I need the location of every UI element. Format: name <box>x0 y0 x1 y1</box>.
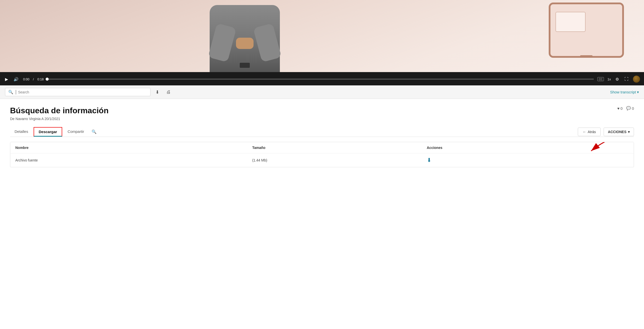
video-frame <box>0 0 644 73</box>
acciones-label: ACCIONES <box>608 130 626 134</box>
acciones-button[interactable]: ACCIONES ▾ <box>604 128 634 136</box>
back-button[interactable]: ← Atrás <box>578 128 601 136</box>
social-icons: ♥ 0 💬 0 <box>617 106 634 111</box>
content-header: Búsqueda de información ♥ 0 💬 0 <box>10 106 634 115</box>
content-area: Búsqueda de información ♥ 0 💬 0 De Navar… <box>0 99 644 167</box>
file-download-icon: ⬇ <box>427 157 431 163</box>
file-actions-cell: ⬇ <box>422 153 634 167</box>
transcript-chevron-icon: ▾ <box>637 90 639 94</box>
avatar <box>633 76 640 83</box>
tablet-illustration <box>549 3 624 58</box>
file-name-cell: Archivo fuente <box>10 153 247 167</box>
likes-count-area: ♥ 0 <box>617 106 622 111</box>
video-container: ▶ 🔊 0:00 / 0:18 CC 1x ⚙ ⛶ <box>0 0 644 85</box>
controls-right: CC 1x ⚙ ⛶ <box>597 76 640 83</box>
fullscreen-icon: ⛶ <box>624 77 628 81</box>
downloads-table: Nombre Tamaño Acciones Archivo fuente (1… <box>10 142 634 167</box>
search-input[interactable] <box>18 90 147 94</box>
table-body: Archivo fuente (1.44 Mb) <box>10 153 634 167</box>
total-time: 0:18 <box>37 77 44 81</box>
volume-icon: 🔊 <box>14 77 19 81</box>
show-transcript-label: Show transcript <box>610 90 636 94</box>
tab-detalles[interactable]: Detalles <box>10 127 33 137</box>
print-button[interactable]: 🖨 <box>164 88 173 96</box>
file-size-cell: (1.44 Mb) <box>247 153 422 167</box>
search-cursor <box>16 90 16 94</box>
comments-count-area: 💬 0 <box>626 106 634 111</box>
author-meta: De Navarro Virginia A 20/1/2021 <box>10 117 634 121</box>
tabs-left: Detalles Descargar Compartir 🔍 <box>10 127 99 137</box>
heart-icon: ♥ <box>617 106 619 111</box>
comments-count: 0 <box>632 106 634 111</box>
back-arrow-icon: ← <box>583 130 586 134</box>
file-size: (1.44 Mb) <box>252 158 267 162</box>
volume-button[interactable]: 🔊 <box>13 76 20 83</box>
settings-button[interactable]: ⚙ <box>614 76 620 83</box>
table-header: Nombre Tamaño Acciones <box>10 142 634 153</box>
col-header-name: Nombre <box>10 142 247 153</box>
tab-compartir[interactable]: Compartir <box>63 127 89 137</box>
file-name: Archivo fuente <box>15 158 38 162</box>
tabs-right: ← Atrás ACCIONES ▾ <box>578 128 634 136</box>
download-toolbar-icon: ⬇ <box>155 90 159 95</box>
fullscreen-button[interactable]: ⛶ <box>623 76 629 82</box>
downloads-table-container: Nombre Tamaño Acciones Archivo fuente (1… <box>10 142 634 167</box>
progress-dot <box>46 78 49 81</box>
table-row: Archivo fuente (1.44 Mb) <box>10 153 634 167</box>
tabs-row: Detalles Descargar Compartir 🔍 ← Atrás A… <box>10 127 634 137</box>
video-controls-bar: ▶ 🔊 0:00 / 0:18 CC 1x ⚙ ⛶ <box>0 73 644 85</box>
settings-icon: ⚙ <box>615 77 619 81</box>
download-toolbar-button[interactable]: ⬇ <box>153 88 161 96</box>
speed-control[interactable]: 1x <box>607 77 611 81</box>
tab-descargar[interactable]: Descargar <box>34 127 62 137</box>
page-title: Búsqueda de información <box>10 106 109 115</box>
current-time: 0:00 <box>23 77 29 81</box>
video-person <box>210 5 280 73</box>
col-header-size: Tamaño <box>247 142 422 153</box>
likes-count: 0 <box>620 106 622 111</box>
toolbar: 🔍 ⬇ 🖨 Show transcript ▾ <box>0 85 644 99</box>
search-box[interactable]: 🔍 <box>5 88 150 96</box>
table-header-row: Nombre Tamaño Acciones <box>10 142 634 153</box>
print-icon: 🖨 <box>166 89 171 94</box>
tab-search-icon[interactable]: 🔍 <box>90 127 99 137</box>
comment-icon: 💬 <box>626 106 631 111</box>
back-button-label: Atrás <box>588 130 596 134</box>
search-icon: 🔍 <box>8 90 13 94</box>
show-transcript-button[interactable]: Show transcript ▾ <box>610 90 639 94</box>
acciones-chevron-icon: ▾ <box>628 130 630 134</box>
cc-button[interactable]: CC <box>597 77 604 81</box>
col-header-actions: Acciones <box>422 142 634 153</box>
file-download-button[interactable]: ⬇ <box>427 157 431 163</box>
time-separator: / <box>33 77 34 81</box>
play-button[interactable]: ▶ <box>4 76 9 83</box>
download-action-cell: ⬇ <box>427 157 629 163</box>
progress-bar[interactable] <box>47 79 594 80</box>
